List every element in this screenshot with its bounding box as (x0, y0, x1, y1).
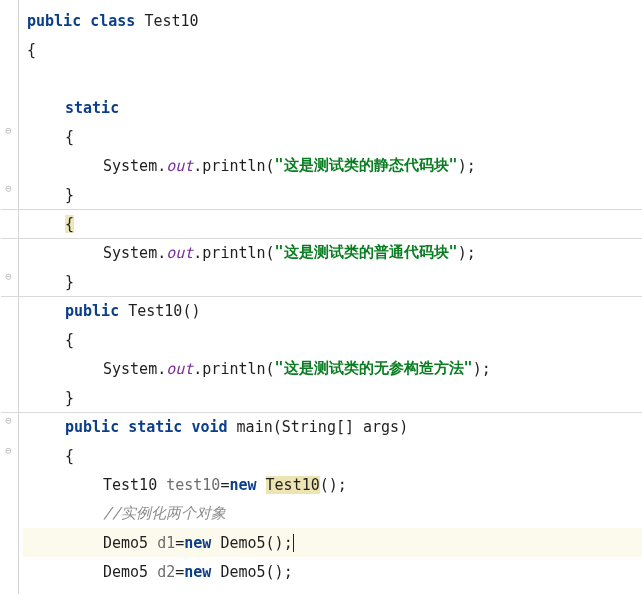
code-line: System.out.println("这是测试类的静态代码块"); (23, 151, 642, 180)
string-literal: "这是测试类的普通代码块" (275, 243, 458, 262)
text-caret (293, 534, 294, 552)
ctor-name: Test10 (128, 302, 182, 320)
code-line: Test10 test10=new Test10(); (23, 470, 642, 499)
keyword-public: public (65, 302, 119, 320)
dot: . (193, 157, 202, 175)
brace: { (65, 215, 74, 233)
fold-icon[interactable]: ⊖ (2, 444, 15, 457)
paren: ( (273, 418, 282, 436)
eq: = (175, 534, 184, 552)
paren: ( (266, 360, 275, 378)
string-literal: "这是测试类的静态代码块" (275, 156, 458, 175)
code-line: System.out.println("这是测试类的普通代码块"); (23, 238, 642, 267)
brace: { (65, 128, 74, 146)
blank-line (23, 64, 642, 93)
paren: () (182, 302, 200, 320)
type-name: Demo5 (103, 563, 148, 581)
keyword-public: public (27, 12, 81, 30)
code-area[interactable]: public class Test10 { static { System.ou… (19, 0, 642, 594)
fold-icon[interactable]: ⊖ (2, 270, 15, 283)
semi: ; (284, 563, 293, 581)
ident-println: println (202, 360, 265, 378)
string-literal: "这是测试类的无参构造方法" (275, 359, 473, 378)
semi: ; (338, 476, 347, 494)
code-line: { (23, 441, 642, 470)
code-line: } (23, 383, 642, 412)
brace: } (65, 273, 74, 291)
code-line: { (23, 122, 642, 151)
ident-system: System (103, 157, 157, 175)
ident-system: System (103, 360, 157, 378)
ident-out: out (166, 157, 193, 175)
type-name: Test10 (103, 476, 157, 494)
code-line: System.out.println("这是测试类的无参构造方法"); (23, 354, 642, 383)
var-name: test10 (166, 476, 220, 494)
dot: . (193, 360, 202, 378)
paren: () (266, 534, 284, 552)
keyword-new: new (184, 534, 211, 552)
keyword-void: void (191, 418, 227, 436)
ident-out: out (166, 244, 193, 262)
code-line: { (23, 209, 642, 238)
semi: ; (467, 244, 476, 262)
fold-icon[interactable]: ⊖ (2, 414, 15, 427)
semi: ; (467, 157, 476, 175)
dot: . (157, 360, 166, 378)
brace: } (65, 186, 74, 204)
brace: { (65, 447, 74, 465)
paren: () (320, 476, 338, 494)
keyword-new: new (229, 476, 256, 494)
dot: . (157, 157, 166, 175)
paren: ) (399, 418, 408, 436)
type-name: Demo5 (103, 534, 148, 552)
var-name: d1 (157, 534, 175, 552)
ident-system: System (103, 244, 157, 262)
fold-icon[interactable]: ⊖ (2, 124, 15, 137)
semi: ; (482, 360, 491, 378)
paren: ) (458, 244, 467, 262)
ident-println: println (202, 157, 265, 175)
ident-main: main (237, 418, 273, 436)
keyword-class: class (90, 12, 135, 30)
code-line-current: Demo5 d1=new Demo5(); (23, 528, 642, 557)
ident-out: out (166, 360, 193, 378)
dot: . (157, 244, 166, 262)
fold-icon[interactable]: ⊖ (2, 182, 15, 195)
code-line: public Test10() (23, 296, 642, 325)
ctor-call: Demo5 (220, 563, 265, 581)
paren: () (266, 563, 284, 581)
ident-println: println (202, 244, 265, 262)
semi: ; (284, 534, 293, 552)
code-line: public class Test10 (23, 6, 642, 35)
comment: //实例化两个对象 (103, 504, 226, 523)
code-line: public static void main(String[] args) (23, 412, 642, 441)
ctor-call: Test10 (266, 476, 320, 494)
paren: ( (266, 244, 275, 262)
code-line: static (23, 93, 642, 122)
gutter: ⊖ ⊖ ⊖ ⊖ ⊖ (0, 0, 19, 594)
eq: = (175, 563, 184, 581)
keyword-static: static (65, 99, 119, 117)
brace: } (65, 389, 74, 407)
eq: = (220, 476, 229, 494)
dot: . (193, 244, 202, 262)
paren: ) (458, 157, 467, 175)
var-name: d2 (157, 563, 175, 581)
code-editor: ⊖ ⊖ ⊖ ⊖ ⊖ public class Test10 { static {… (0, 0, 642, 594)
brace: { (27, 41, 36, 59)
paren: ( (266, 157, 275, 175)
brace: { (65, 331, 74, 349)
code-line: { (23, 325, 642, 354)
code-line: } (23, 267, 642, 296)
code-line: { (23, 35, 642, 64)
main-params: String[] args (282, 418, 399, 436)
code-line: } (23, 180, 642, 209)
ctor-call: Demo5 (220, 534, 265, 552)
code-line: //实例化两个对象 (23, 499, 642, 528)
code-line: Demo5 d2=new Demo5(); (23, 557, 642, 586)
keyword-public: public (65, 418, 119, 436)
paren: ) (473, 360, 482, 378)
class-name: Test10 (144, 12, 198, 30)
keyword-new: new (184, 563, 211, 581)
keyword-static: static (128, 418, 182, 436)
